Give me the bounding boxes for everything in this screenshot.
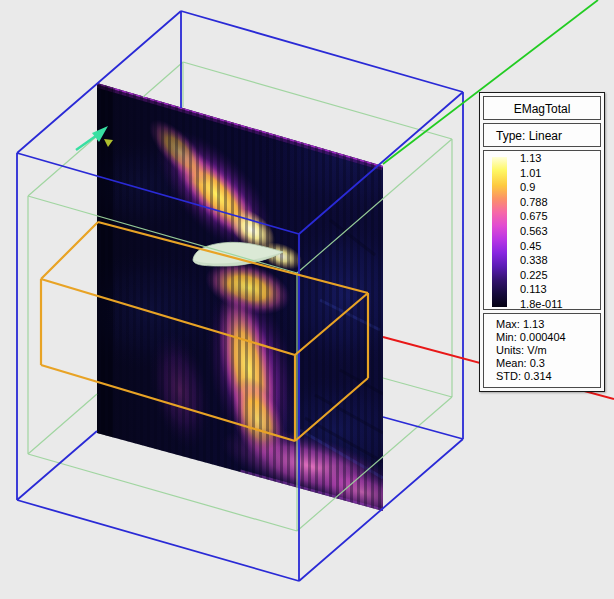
legend-statistics: Max: 1.13 Min: 0.000404 Units: V/m Mean:…: [483, 313, 601, 388]
colorbar-tick: 1.13: [520, 152, 563, 164]
colorbar-tick: 0.45: [520, 240, 563, 252]
colorbar-tick: 0.675: [520, 210, 563, 222]
field-legend[interactable]: EMagTotal Type: Linear 1.13 1.01 0.9 0.7…: [479, 92, 605, 392]
legend-title: EMagTotal: [483, 96, 601, 120]
viewport: EMagTotal Type: Linear 1.13 1.01 0.9 0.7…: [0, 0, 614, 599]
colorbar-tick: 0.563: [520, 225, 563, 237]
legend-scale-type: Type: Linear: [483, 123, 601, 147]
legend-colorbar-section: 1.13 1.01 0.9 0.788 0.675 0.563 0.45 0.3…: [483, 150, 601, 310]
stat-std: STD: 0.314: [496, 370, 598, 383]
stat-min: Min: 0.000404: [496, 331, 598, 344]
stat-mean: Mean: 0.3: [496, 357, 598, 370]
colorbar-tick: 1.8e-011: [520, 298, 563, 310]
stat-units: Units: V/m: [496, 344, 598, 357]
colorbar-tick: 0.225: [520, 269, 563, 281]
stat-max: Max: 1.13: [496, 318, 598, 331]
colorbar-tick: 1.01: [520, 167, 563, 179]
colorbar-tick: 0.338: [520, 254, 563, 266]
colorbar-tick: 0.113: [520, 283, 563, 295]
colorbar-tick: 0.788: [520, 196, 563, 208]
colorbar-tick: 0.9: [520, 181, 563, 193]
colorbar-ticks: 1.13 1.01 0.9 0.788 0.675 0.563 0.45 0.3…: [520, 152, 563, 310]
colorbar-gradient: [492, 157, 507, 307]
